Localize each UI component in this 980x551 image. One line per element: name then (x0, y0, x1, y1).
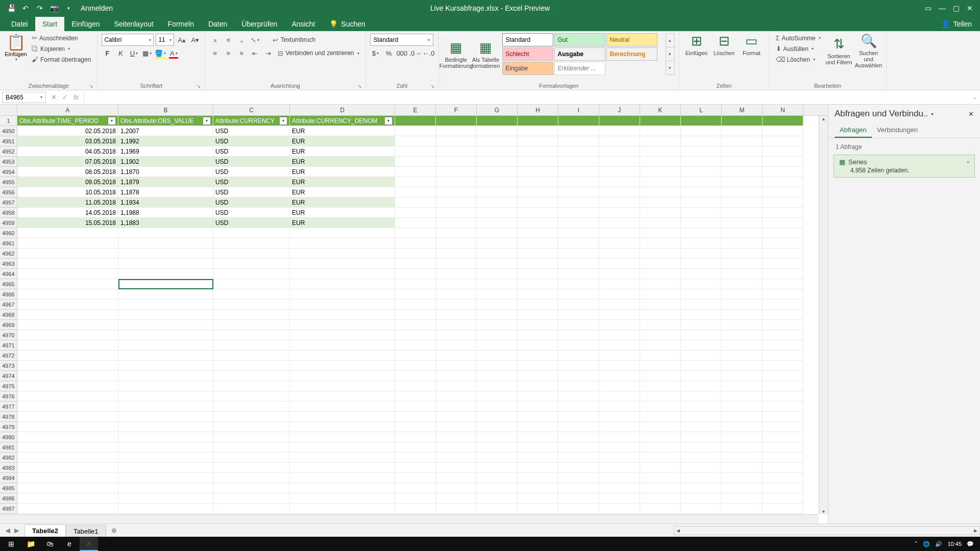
cell[interactable] (558, 412, 599, 422)
cell[interactable] (518, 442, 558, 453)
name-box[interactable]: B4965▾ (2, 92, 46, 103)
cell[interactable] (436, 157, 477, 167)
cell[interactable] (518, 402, 558, 412)
row-header[interactable]: 4982 (0, 453, 17, 463)
cell[interactable] (436, 350, 477, 361)
cell[interactable] (640, 228, 681, 238)
cell[interactable] (213, 228, 290, 238)
cell[interactable] (640, 493, 681, 504)
row-header[interactable]: 4975 (0, 381, 17, 391)
cell[interactable]: USD (213, 126, 290, 136)
cell[interactable] (213, 269, 290, 279)
cell[interactable] (640, 146, 681, 157)
row-header[interactable]: 4981 (0, 442, 17, 453)
cell[interactable] (118, 381, 213, 391)
cell[interactable]: 09.05.2018 (17, 177, 118, 187)
row-header[interactable]: 4952 (0, 146, 17, 157)
row-header[interactable]: 4983 (0, 463, 17, 473)
cell[interactable] (558, 371, 599, 381)
cell[interactable] (558, 504, 599, 514)
cell[interactable] (640, 463, 681, 473)
cell[interactable] (599, 157, 640, 167)
cell[interactable] (477, 208, 518, 218)
cell[interactable] (17, 330, 118, 340)
cell[interactable]: EUR (290, 136, 395, 146)
cell[interactable] (436, 381, 477, 391)
decrease-font-icon[interactable]: A▾ (189, 34, 201, 45)
style-standard[interactable]: Standard (502, 33, 553, 46)
cell[interactable] (477, 442, 518, 453)
cell[interactable] (17, 453, 118, 463)
cell[interactable] (640, 238, 681, 248)
cell[interactable] (599, 330, 640, 340)
cell[interactable] (640, 340, 681, 350)
cell[interactable]: USD (213, 218, 290, 228)
cell[interactable] (436, 504, 477, 514)
cell[interactable] (558, 197, 599, 208)
row-header[interactable]: 4955 (0, 177, 17, 187)
cell[interactable] (599, 269, 640, 279)
cell[interactable] (395, 228, 436, 238)
cell[interactable] (395, 146, 436, 157)
filter-dropdown-icon[interactable]: ▾ (279, 117, 287, 125)
row-header[interactable]: 4974 (0, 371, 17, 381)
cell[interactable] (558, 279, 599, 289)
cell[interactable] (395, 248, 436, 259)
cell[interactable] (599, 432, 640, 442)
row-header[interactable]: 4986 (0, 493, 17, 504)
cell[interactable] (722, 402, 763, 412)
cell[interactable] (395, 208, 436, 218)
cell[interactable] (118, 412, 213, 422)
cell[interactable] (558, 493, 599, 504)
maximize-icon[interactable]: ▢ (953, 4, 960, 12)
col-header-F[interactable]: F (436, 105, 477, 115)
cell[interactable] (290, 238, 395, 248)
cell[interactable]: 1,1883 (118, 218, 213, 228)
cell[interactable] (395, 381, 436, 391)
cell[interactable] (518, 412, 558, 422)
scroll-left-icon[interactable]: ◀ (674, 528, 682, 533)
cell[interactable] (640, 167, 681, 177)
sheet-tab-tabelle1[interactable]: Tabelle1 (66, 525, 106, 537)
cell[interactable] (558, 228, 599, 238)
cell[interactable] (118, 391, 213, 402)
cell[interactable] (436, 299, 477, 310)
cell[interactable] (763, 361, 803, 371)
row-header[interactable]: 4964 (0, 269, 17, 279)
cell[interactable] (558, 340, 599, 350)
sheet-nav-prev-icon[interactable]: ◀ (5, 527, 10, 534)
cell[interactable] (213, 391, 290, 402)
cell[interactable] (436, 187, 477, 197)
cell[interactable] (722, 453, 763, 463)
cell[interactable] (722, 146, 763, 157)
cell[interactable] (518, 432, 558, 442)
cell[interactable] (763, 350, 803, 361)
tab-seitenlayout[interactable]: Seitenlayout (107, 17, 161, 31)
cell[interactable] (436, 177, 477, 187)
cell[interactable] (599, 320, 640, 330)
conditional-formatting-button[interactable]: ▦Bedingte Formatierung (443, 33, 470, 75)
cell[interactable] (395, 157, 436, 167)
cell[interactable]: 14.05.2018 (17, 208, 118, 218)
cell[interactable] (558, 177, 599, 187)
cell[interactable] (118, 422, 213, 432)
cell[interactable] (599, 422, 640, 432)
cell[interactable] (17, 310, 118, 320)
row-header[interactable]: 4961 (0, 238, 17, 248)
cell[interactable] (17, 269, 118, 279)
cell[interactable] (599, 504, 640, 514)
cell[interactable] (518, 310, 558, 320)
cell[interactable] (290, 228, 395, 238)
cell[interactable] (395, 136, 436, 146)
cell[interactable]: 08.05.2018 (17, 167, 118, 177)
cell[interactable] (518, 463, 558, 473)
cell[interactable] (17, 381, 118, 391)
spreadsheet-grid[interactable]: ABCDEFGHIJKLMN 1Obs.Attribute:TIME_PERIO… (0, 105, 828, 523)
cell[interactable] (518, 391, 558, 402)
cell[interactable] (118, 442, 213, 453)
cell[interactable] (640, 259, 681, 269)
cell[interactable] (518, 197, 558, 208)
cell[interactable] (477, 248, 518, 259)
cell[interactable] (395, 187, 436, 197)
cell[interactable] (681, 218, 722, 228)
